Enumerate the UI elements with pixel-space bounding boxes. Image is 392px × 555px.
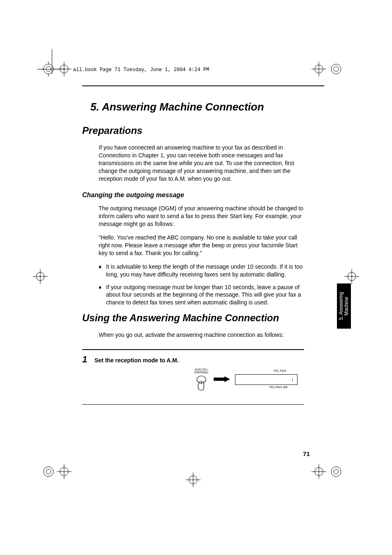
page-number: 71 <box>303 450 310 457</box>
content-area: 5. Answering Machine Connection Preparat… <box>82 101 304 405</box>
diagram-button-label: AUFLÖS./ EMPFANG <box>191 368 212 374</box>
section-title-preparations: Preparations <box>82 125 304 136</box>
gear-icon <box>329 464 344 479</box>
step-row: 1 Set the reception mode to A.M. <box>82 354 304 365</box>
ogm-paragraph-2: "Hello. You've reached the ABC company. … <box>99 234 304 257</box>
diagram-panel-bottom: TEL/FAX AB <box>269 385 287 389</box>
svg-point-32 <box>334 469 339 474</box>
svg-point-20 <box>44 467 53 477</box>
running-header: all.book Page 71 Tuesday, June 1, 2004 4… <box>73 67 209 73</box>
side-tab: 5. Answering Machine <box>337 283 351 329</box>
crosshair-icon <box>311 464 326 479</box>
diagram-display-rect <box>235 374 297 385</box>
svg-point-21 <box>46 469 51 474</box>
header-rule <box>82 85 324 86</box>
gear-icon <box>41 464 56 479</box>
bullet-list: ♦ It is advisable to keep the length of … <box>99 263 304 306</box>
para-text: If you have connected an answering machi… <box>99 144 283 151</box>
svg-marker-34 <box>214 376 230 382</box>
section-title-using: Using the Answering Machine Connection <box>82 312 304 324</box>
diamond-icon: ♦ <box>99 283 106 307</box>
crop-line <box>37 69 66 69</box>
crosshair-icon <box>344 269 359 284</box>
step-diagram: AUFLÖS./ EMPFANG TEL FAX ↓ TEL/FAX AB <box>82 367 304 396</box>
bullet-text: It is advisable to keep the length of th… <box>106 263 304 279</box>
crosshair-icon <box>186 472 201 487</box>
svg-point-12 <box>331 64 341 74</box>
hand-press-icon <box>193 375 210 392</box>
preparations-paragraph: If you have connected an answering machi… <box>99 144 304 182</box>
arrow-down-icon: ↓ <box>291 375 294 382</box>
step-instruction: Set the reception mode to A.M. <box>95 357 179 364</box>
svg-point-31 <box>331 467 341 477</box>
gear-icon <box>329 62 344 76</box>
chapter-title: 5. Answering Machine Connection <box>90 101 304 113</box>
step-box: 1 Set the reception mode to A.M. AUFLÖS.… <box>82 349 304 405</box>
crosshair-icon <box>57 464 71 479</box>
crosshair-icon <box>311 62 326 76</box>
diagram-panel-top: TEL FAX <box>273 369 286 373</box>
para-italic: Connections <box>99 152 131 159</box>
bullet-text: If your outgoing message must be longer … <box>106 283 304 307</box>
ogm-paragraph-1: The outgoing message (OGM) of your answe… <box>99 205 304 228</box>
svg-point-13 <box>334 67 339 71</box>
page: all.book Page 71 Tuesday, June 1, 2004 4… <box>0 0 392 555</box>
step-number: 1 <box>82 354 95 365</box>
list-item: ♦ It is advisable to keep the length of … <box>99 263 304 279</box>
crop-line <box>52 49 52 74</box>
list-item: ♦ If your outgoing message must be longe… <box>99 283 304 307</box>
subsection-title-ogm: Changing the outgoing message <box>82 191 304 199</box>
crosshair-icon <box>33 269 48 284</box>
arrow-right-icon <box>214 376 230 382</box>
using-paragraph: When you go out, activate the answering … <box>99 331 304 339</box>
diamond-icon: ♦ <box>99 263 106 279</box>
